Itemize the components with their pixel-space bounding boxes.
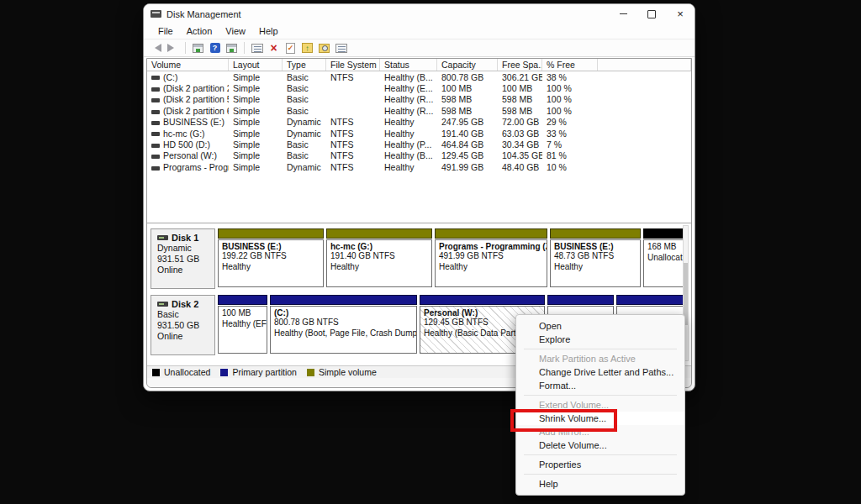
cell-type: Basic xyxy=(283,150,326,160)
forward-icon[interactable] xyxy=(166,41,180,55)
cell-layout: Simple xyxy=(229,117,283,127)
window-title: Disk Management xyxy=(166,9,241,19)
cell-volume: Personal (W:) xyxy=(147,150,229,160)
column-header-type[interactable]: Type xyxy=(283,59,326,71)
unallocated-bar xyxy=(643,228,687,239)
title-bar[interactable]: Disk Management × xyxy=(144,4,695,24)
partition-status: Unallocate xyxy=(647,253,683,264)
cell-layout: Simple xyxy=(229,72,283,82)
partition-size: 800.78 GB NTFS xyxy=(274,318,413,328)
cell-status: Healthy (E... xyxy=(380,83,437,93)
column-header-volume[interactable]: Volume xyxy=(147,59,229,71)
partition-business-e-2[interactable]: BUSINESS (E:) 48.73 GB NTFS Healthy xyxy=(550,228,641,289)
cell-volume: (C:) xyxy=(147,72,229,82)
partition-c[interactable]: (C:) 800.78 GB NTFS Healthy (Boot, Page … xyxy=(270,295,417,355)
console-window-icon[interactable] xyxy=(191,41,205,55)
table-row[interactable]: Programs - Progra... Simple Dynamic NTFS… xyxy=(147,161,691,172)
column-header-freespace[interactable]: Free Spa... xyxy=(498,59,542,71)
menu-item-help[interactable]: Help xyxy=(516,477,684,491)
table-row[interactable]: (Disk 2 partition 5) Simple Basic Health… xyxy=(147,94,691,105)
maximize-button[interactable] xyxy=(637,4,666,24)
volume-icon xyxy=(151,76,160,80)
disk-size: 931.51 GB xyxy=(157,254,214,265)
column-header-status[interactable]: Status xyxy=(380,59,437,71)
popup-window-icon[interactable] xyxy=(250,41,264,55)
menu-item-shrink-volume[interactable]: Shrink Volume... xyxy=(516,412,684,425)
menu-bar: File Action View Help xyxy=(144,24,695,39)
partition-programs-z[interactable]: Programs - Programming (Z: 491.99 GB NTF… xyxy=(435,228,547,289)
partition-efi[interactable]: 100 MB Healthy (EF xyxy=(218,295,267,355)
table-header-row: Volume Layout Type File System Status Ca… xyxy=(147,59,691,71)
minimize-button[interactable] xyxy=(609,4,637,24)
cell-type: Dynamic xyxy=(283,117,326,127)
table-row[interactable]: hc-mc (G:) Simple Dynamic NTFS Healthy 1… xyxy=(147,128,691,139)
cell-volume: BUSINESS (E:) xyxy=(147,117,229,127)
disk-name: Disk 2 xyxy=(172,299,198,309)
partition-size: 168 MB xyxy=(647,242,683,253)
volume-icon xyxy=(151,110,160,114)
table-row[interactable]: (Disk 2 partition 6) Simple Basic Health… xyxy=(147,105,691,116)
delete-icon[interactable]: × xyxy=(267,41,281,55)
menu-view[interactable]: View xyxy=(219,25,251,37)
partition-business-e-1[interactable]: BUSINESS (E:) 199.22 GB NTFS Healthy xyxy=(218,228,324,289)
rescan-disks-icon[interactable] xyxy=(317,41,331,55)
drive-refresh-icon[interactable]: ↑ xyxy=(300,41,314,55)
cell-pctfree: 10 % xyxy=(542,162,598,172)
cell-pctfree: 100 % xyxy=(542,106,598,116)
cell-capacity: 800.78 GB xyxy=(437,72,498,82)
partition-hcmc-g[interactable]: hc-mc (G:) 191.40 GB NTFS Healthy xyxy=(326,228,432,289)
column-header-layout[interactable]: Layout xyxy=(229,59,283,71)
cell-layout: Simple xyxy=(229,162,283,172)
table-row[interactable]: Personal (W:) Simple Basic NTFS Healthy … xyxy=(147,150,691,161)
menu-help[interactable]: Help xyxy=(253,25,284,37)
menu-item-explore[interactable]: Explore xyxy=(516,333,684,346)
menu-item-format[interactable]: Format... xyxy=(516,379,684,392)
volume-icon xyxy=(151,166,160,171)
disk-1-info-panel[interactable]: Disk 1 Dynamic 931.51 GB Online xyxy=(151,228,215,289)
volume-icon xyxy=(151,98,160,102)
menu-item-change-drive-letter[interactable]: Change Drive Letter and Paths... xyxy=(516,365,684,379)
cell-layout: Simple xyxy=(229,83,283,93)
cell-filesystem: NTFS xyxy=(326,150,380,160)
column-header-pctfree[interactable]: % Free xyxy=(542,59,598,71)
column-header-filesystem[interactable]: File System xyxy=(326,59,380,71)
actions-pane-icon[interactable] xyxy=(224,41,239,55)
table-row[interactable]: (C:) Simple Basic NTFS Healthy (B... 800… xyxy=(147,71,691,82)
table-row[interactable]: BUSINESS (E:) Simple Dynamic NTFS Health… xyxy=(147,117,691,128)
cell-layout: Simple xyxy=(229,106,283,116)
menu-file[interactable]: File xyxy=(152,25,179,37)
table-row[interactable]: (Disk 2 partition 2) Simple Basic Health… xyxy=(147,82,691,93)
partition-unallocated[interactable]: 168 MB Unallocate xyxy=(643,228,687,289)
cell-volume: (Disk 2 partition 6) xyxy=(147,106,229,116)
disk-2-info-panel[interactable]: Disk 2 Basic 931.50 GB Online xyxy=(151,295,215,355)
cell-filesystem: NTFS xyxy=(326,72,380,82)
cell-volume: hc-mc (G:) xyxy=(147,129,229,139)
partition-status: Healthy xyxy=(222,262,320,273)
cell-capacity: 491.99 GB xyxy=(437,162,498,172)
menu-item-open[interactable]: Open xyxy=(516,319,684,333)
close-button[interactable]: × xyxy=(666,4,695,24)
menu-item-properties[interactable]: Properties xyxy=(516,458,684,471)
simple-volume-bar xyxy=(435,228,547,239)
partition-title: Programs - Programming (Z: xyxy=(439,242,543,251)
cell-freespace: 104.35 GB xyxy=(498,150,542,160)
properties-icon[interactable] xyxy=(334,41,348,55)
column-header-empty xyxy=(598,59,691,71)
menu-action[interactable]: Action xyxy=(181,25,219,37)
cell-layout: Simple xyxy=(229,139,283,150)
menu-item-delete-volume[interactable]: Delete Volume... xyxy=(516,438,684,452)
legend-label: Unallocated xyxy=(164,367,210,377)
back-icon[interactable] xyxy=(149,41,163,55)
volume-icon xyxy=(151,121,160,125)
check-document-icon[interactable]: ✓ xyxy=(283,41,298,55)
window-controls: × xyxy=(609,4,695,24)
cell-type: Basic xyxy=(283,94,326,104)
table-row[interactable]: HD 500 (D:) Simple Basic NTFS Healthy (P… xyxy=(147,139,691,150)
app-icon xyxy=(151,10,161,18)
column-header-capacity[interactable]: Capacity xyxy=(437,59,498,71)
cell-status: Healthy (R... xyxy=(380,106,437,116)
disk-1-row: Disk 1 Dynamic 931.51 GB Online BUSINESS… xyxy=(151,228,687,289)
cell-pctfree: 100 % xyxy=(542,83,598,93)
partition-status: Healthy xyxy=(554,262,637,273)
help-icon[interactable]: ? xyxy=(208,41,222,55)
